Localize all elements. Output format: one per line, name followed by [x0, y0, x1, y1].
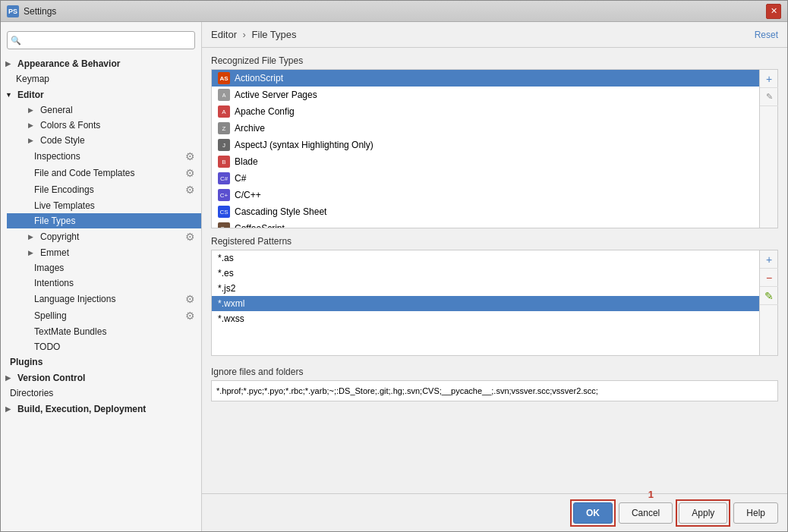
list-item[interactable]: *.wxss [212, 311, 759, 326]
registered-patterns-section: Registered Patterns *.as *.es *.js2 [211, 236, 778, 356]
file-type-icon: Z [218, 122, 230, 134]
ok-wrapper: 1 OK [573, 502, 613, 524]
ok-button[interactable]: OK [573, 502, 613, 524]
pattern-toolbar: + − ✎ [760, 250, 778, 356]
panel-header: Editor › File Types Reset [202, 22, 787, 48]
list-item[interactable]: C# C# [212, 170, 759, 187]
expand-arrow-colors: ▶ [28, 121, 37, 129]
sidebar-item-label: Directories [10, 388, 53, 398]
sidebar-item-todo[interactable]: TODO [7, 339, 201, 354]
sidebar-item-plugins[interactable]: Plugins [1, 354, 201, 370]
content-area: 🔍 ▶ Appearance & Behavior Keymap ▼ Edito… [1, 22, 787, 531]
sidebar-item-emmet[interactable]: ▶ Emmet [7, 245, 201, 260]
sidebar-item-file-types[interactable]: File Types [7, 213, 201, 228]
pattern-value: *.as [218, 253, 234, 263]
file-type-icon: AS [218, 72, 230, 84]
sidebar-item-inspections[interactable]: Inspections ⚙ [7, 148, 201, 165]
list-item[interactable]: AS ActionScript [212, 70, 759, 87]
add-file-type-button[interactable]: + [760, 70, 778, 88]
sidebar-item-label: Build, Execution, Deployment [17, 404, 146, 414]
help-button[interactable]: Help [733, 502, 778, 524]
sidebar-item-version-control[interactable]: ▶ Version Control [1, 370, 201, 386]
breadcrumb-separator: › [243, 29, 249, 40]
file-type-icon: Co [218, 222, 230, 228]
sidebar-item-code-style[interactable]: ▶ Code Style [7, 133, 201, 148]
sidebar-item-label: Plugins [10, 357, 43, 367]
window-title: Settings [24, 6, 56, 17]
panel-content: Recognized File Types AS ActionScript A … [202, 48, 787, 493]
title-bar: PS Settings ✕ [1, 1, 787, 22]
sidebar-item-label: Language Injections [34, 294, 115, 304]
sidebar-item-editor[interactable]: ▼ Editor [1, 87, 201, 102]
pattern-value: *.wxml [218, 298, 244, 309]
file-type-icon: CS [218, 206, 230, 218]
sidebar-item-label: Spelling [34, 310, 67, 321]
list-item[interactable]: A Apache Config [212, 103, 759, 120]
ignore-input[interactable] [211, 380, 778, 401]
edit-pattern-button[interactable]: ✎ [760, 287, 778, 305]
sidebar-item-textmate-bundles[interactable]: TextMate Bundles [7, 324, 201, 339]
search-icon: 🔍 [11, 36, 21, 46]
list-item[interactable]: Co CoffeeScript [212, 220, 759, 228]
list-item[interactable]: *.js2 [212, 281, 759, 296]
bottom-bar: 1 OK Cancel Apply Help [202, 493, 787, 531]
expand-arrow-vc: ▶ [5, 374, 14, 382]
expand-arrow-appearance: ▶ [5, 60, 14, 68]
sidebar-item-language-injections[interactable]: Language Injections ⚙ [7, 291, 201, 307]
list-item[interactable]: *.wxml [212, 296, 759, 311]
pattern-value: *.es [218, 268, 234, 279]
file-type-icon: C+ [218, 189, 230, 201]
sidebar-item-keymap[interactable]: Keymap [1, 71, 201, 87]
sidebar-item-file-encodings[interactable]: File Encodings ⚙ [7, 181, 201, 198]
sidebar-item-spelling[interactable]: Spelling ⚙ [7, 307, 201, 324]
list-item[interactable]: *.as [212, 250, 759, 266]
sidebar-item-general[interactable]: ▶ General [7, 102, 201, 118]
expand-arrow-editor: ▼ [5, 91, 14, 99]
file-type-name: ActionScript [235, 73, 283, 83]
file-type-icon: A [218, 89, 230, 101]
pattern-value: *.wxss [218, 313, 244, 324]
settings-window: PS Settings ✕ 🔍 ▶ Appearance & Behavior … [0, 0, 788, 532]
sidebar-item-directories[interactable]: Directories [1, 386, 201, 401]
sidebar-item-copyright[interactable]: ▶ Copyright ⚙ [7, 228, 201, 245]
remove-pattern-button[interactable]: − [760, 269, 778, 287]
sidebar-item-label: Colors & Fonts [40, 120, 100, 131]
apply-wrapper: Apply [679, 502, 727, 524]
list-item[interactable]: A Active Server Pages [212, 87, 759, 103]
sidebar-item-intentions[interactable]: Intentions [7, 275, 201, 291]
file-type-name: Blade [235, 156, 258, 167]
file-type-icon: B [218, 156, 230, 168]
close-button[interactable]: ✕ [766, 4, 781, 19]
reset-link[interactable]: Reset [755, 30, 778, 40]
add-pattern-button[interactable]: + [760, 250, 778, 269]
ignore-label: Ignore files and folders [211, 367, 778, 377]
search-input[interactable] [7, 31, 195, 49]
title-bar-left: PS Settings [7, 5, 56, 17]
list-item[interactable]: *.es [212, 266, 759, 281]
edit-file-type-button[interactable]: ✎ [760, 88, 778, 106]
sidebar-item-images[interactable]: Images [7, 260, 201, 275]
sidebar-item-label: Emmet [40, 247, 69, 258]
list-item[interactable]: CS Cascading Style Sheet [212, 203, 759, 220]
registered-patterns-label: Registered Patterns [211, 236, 778, 247]
cancel-button[interactable]: Cancel [619, 502, 673, 524]
file-type-name: Apache Config [235, 106, 295, 117]
sidebar-item-label: File Types [34, 216, 75, 226]
sidebar-item-label: File Encodings [34, 184, 94, 195]
list-item[interactable]: C+ C/C++ [212, 187, 759, 203]
editor-children: ▶ General ▶ Colors & Fonts ▶ Code Style … [1, 102, 201, 354]
pattern-list: *.as *.es *.js2 *.wxml [211, 250, 760, 356]
apply-button[interactable]: Apply [679, 502, 727, 524]
expand-arrow-emmet: ▶ [28, 249, 37, 257]
file-type-name: C/C++ [235, 190, 261, 200]
sidebar-item-label: Version Control [17, 373, 85, 383]
expand-arrow-codestyle: ▶ [28, 137, 37, 144]
list-item[interactable]: B Blade [212, 153, 759, 170]
sidebar-item-live-templates[interactable]: Live Templates [7, 198, 201, 213]
list-item[interactable]: J AspectJ (syntax Highlighting Only) [212, 137, 759, 153]
sidebar-item-appearance[interactable]: ▶ Appearance & Behavior [1, 55, 201, 71]
sidebar-item-colors-fonts[interactable]: ▶ Colors & Fonts [7, 118, 201, 133]
list-item[interactable]: Z Archive [212, 120, 759, 137]
sidebar-item-file-code-templates[interactable]: File and Code Templates ⚙ [7, 165, 201, 181]
sidebar-item-build[interactable]: ▶ Build, Execution, Deployment [1, 401, 201, 417]
